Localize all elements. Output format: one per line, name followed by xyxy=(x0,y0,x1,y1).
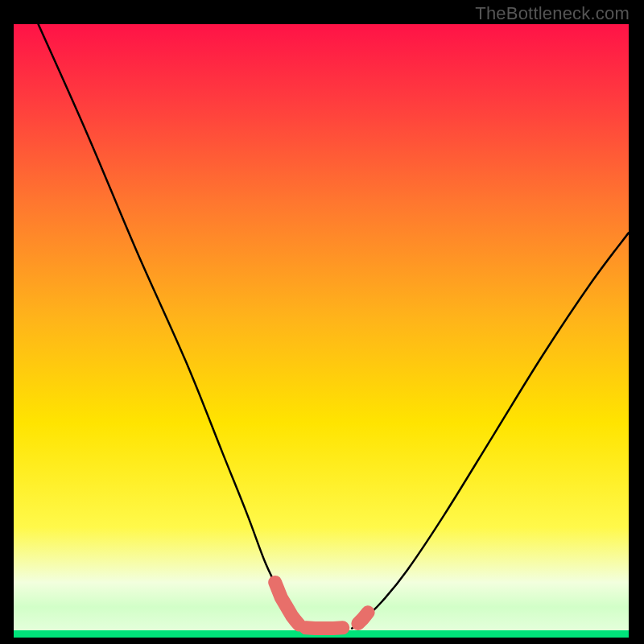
watermark-text: TheBottleneck.com xyxy=(475,3,630,24)
gradient-bg xyxy=(14,24,629,638)
chart-container: TheBottleneck.com xyxy=(0,0,644,644)
marker-cluster xyxy=(306,628,343,629)
marker-cluster xyxy=(358,613,368,624)
chart-svg xyxy=(14,24,629,638)
plot-area xyxy=(14,24,629,638)
